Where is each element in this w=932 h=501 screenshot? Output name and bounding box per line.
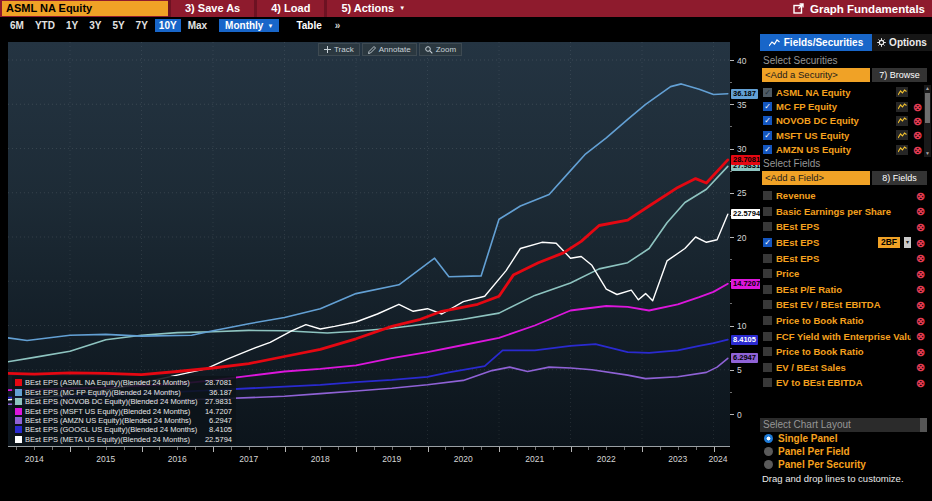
mini-chart-icon[interactable] — [896, 145, 908, 155]
x-axis-minor-tick — [52, 447, 53, 450]
actions-button[interactable]: 5) Actions ▼ — [324, 0, 419, 17]
mini-chart-icon[interactable] — [896, 116, 908, 126]
frequency-dropdown[interactable]: Monthly ▼ — [219, 19, 279, 32]
pencil-icon — [368, 46, 376, 54]
range-tab-6m[interactable]: 6M — [6, 19, 28, 32]
field-checkbox[interactable] — [763, 378, 772, 387]
add-field-input[interactable]: <Add a Field> — [762, 171, 870, 185]
field-checkbox[interactable] — [763, 207, 772, 216]
security-checkbox[interactable]: ✓ — [763, 102, 772, 111]
y-axis-minor-tick — [730, 126, 732, 127]
scrollbar-thumb[interactable] — [925, 93, 930, 123]
browse-button[interactable]: 7) Browse — [872, 68, 927, 82]
remove-security-icon[interactable]: ⊗ — [912, 102, 923, 112]
mini-chart-icon[interactable] — [896, 102, 908, 112]
range-tab-ytd[interactable]: YTD — [31, 19, 59, 32]
range-tab-10y[interactable]: 10Y — [155, 19, 181, 32]
series-line-asml[interactable] — [8, 160, 728, 375]
security-ticker-input[interactable]: ASML NA Equity — [2, 1, 168, 16]
field-checkbox[interactable] — [763, 254, 772, 263]
range-tab-3y[interactable]: 3Y — [85, 19, 105, 32]
field-checkbox[interactable] — [763, 300, 772, 309]
table-button[interactable]: Table — [290, 19, 327, 32]
scrollbar-thumb[interactable] — [920, 418, 927, 432]
field-checkbox[interactable] — [763, 269, 772, 278]
remove-field-icon[interactable]: ⊗ — [915, 284, 926, 294]
remove-field-icon[interactable]: ⊗ — [915, 222, 926, 232]
range-tab-7y[interactable]: 7Y — [132, 19, 152, 32]
y-axis-major-tick — [730, 104, 734, 105]
remove-field-icon[interactable]: ⊗ — [915, 316, 926, 326]
remove-field-icon[interactable]: ⊗ — [915, 269, 926, 279]
legend-value: 8.4105 — [209, 425, 233, 434]
x-axis-minor-tick — [517, 447, 518, 450]
select-chart-layout-header: Select Chart Layout — [760, 418, 927, 432]
range-tab-5y[interactable]: 5Y — [108, 19, 128, 32]
field-checkbox[interactable]: ✓ — [763, 238, 772, 247]
security-checkbox[interactable]: ✓ — [763, 88, 772, 97]
legend-label: BEst EPS (NOVOB DC Equity)(Blended 24 Mo… — [25, 397, 198, 406]
scroll-up-icon[interactable]: ▲ — [924, 85, 931, 92]
load-button[interactable]: 4) Load — [254, 0, 324, 17]
range-tab-max[interactable]: Max — [184, 19, 211, 32]
x-axis-major-tick — [499, 447, 500, 452]
series-line-mc[interactable] — [8, 84, 728, 341]
radio-button[interactable] — [764, 460, 773, 469]
remove-field-icon[interactable]: ⊗ — [915, 300, 926, 310]
scroll-down-icon[interactable]: ▼ — [924, 150, 931, 157]
annotate-button[interactable]: Annotate — [362, 43, 417, 56]
fields-button[interactable]: 8) Fields — [872, 171, 927, 185]
mini-chart-icon[interactable] — [896, 87, 908, 97]
zoom-button[interactable]: Zoom — [419, 43, 462, 56]
more-tabs-button[interactable]: » — [331, 19, 345, 32]
remove-field-icon[interactable]: ⊗ — [915, 331, 926, 341]
field-checkbox[interactable] — [763, 332, 772, 341]
mini-chart-icon[interactable] — [896, 130, 908, 140]
remove-field-icon[interactable]: ⊗ — [915, 191, 926, 201]
field-checkbox[interactable] — [763, 347, 772, 356]
add-security-input[interactable]: <Add a Security> — [762, 68, 870, 82]
remove-security-icon[interactable]: ⊗ — [912, 116, 923, 126]
save-as-button[interactable]: 3) Save As — [168, 0, 254, 17]
remove-security-icon[interactable]: ⊗ — [912, 130, 923, 140]
remove-security-icon[interactable]: ⊗ — [912, 145, 923, 155]
export-icon[interactable] — [793, 3, 804, 14]
field-period-dropdown-icon[interactable]: ▾ — [904, 237, 911, 248]
field-checkbox[interactable] — [763, 285, 772, 294]
options-button[interactable]: Options — [872, 34, 932, 51]
remove-field-icon[interactable]: ⊗ — [915, 238, 926, 248]
field-period-tag[interactable]: 2BF — [878, 237, 900, 248]
radio-button[interactable] — [764, 434, 773, 443]
security-checkbox[interactable]: ✓ — [763, 116, 772, 125]
range-tab-1y[interactable]: 1Y — [62, 19, 82, 32]
select-securities-header: Select Securities — [760, 54, 932, 68]
layout-option-panel-per-security[interactable]: Panel Per Security — [760, 458, 932, 471]
y-axis-major-tick — [730, 326, 734, 327]
fields-securities-panel: Fields/Securities Options Select Securit… — [760, 34, 932, 501]
track-button[interactable]: Track — [318, 43, 360, 56]
remove-field-icon[interactable]: ⊗ — [915, 347, 926, 357]
x-axis-minor-tick — [16, 447, 17, 450]
security-checkbox[interactable]: ✓ — [763, 131, 772, 140]
radio-button[interactable] — [764, 447, 773, 456]
field-checkbox[interactable] — [763, 316, 772, 325]
remove-field-icon[interactable]: ⊗ — [915, 362, 926, 372]
legend-color-swatch — [15, 379, 22, 386]
remove-field-icon[interactable]: ⊗ — [915, 253, 926, 263]
security-checkbox[interactable]: ✓ — [763, 145, 772, 154]
remove-field-icon[interactable]: ⊗ — [915, 378, 926, 388]
series-line-novob[interactable] — [8, 166, 728, 361]
chart-plot-area[interactable]: Track Annotate Zoom BEst EPS (ASML NA Eq… — [8, 42, 730, 446]
tab-fields-securities[interactable]: Fields/Securities — [760, 34, 872, 51]
x-axis-minor-tick — [34, 447, 35, 450]
track-crosshair-icon — [324, 46, 331, 53]
layout-option-panel-per-field[interactable]: Panel Per Field — [760, 445, 932, 458]
field-checkbox[interactable] — [763, 363, 772, 372]
security-label: ASML NA Equity — [776, 87, 892, 98]
remove-field-icon[interactable]: ⊗ — [915, 206, 926, 216]
legend-row: BEst EPS (GOOGL US Equity)(Blended 24 Mo… — [15, 425, 233, 434]
field-checkbox[interactable] — [763, 191, 772, 200]
field-checkbox[interactable] — [763, 222, 772, 231]
layout-option-single-panel[interactable]: Single Panel — [760, 432, 932, 445]
securities-scrollbar[interactable]: ▲▼ — [924, 85, 931, 157]
